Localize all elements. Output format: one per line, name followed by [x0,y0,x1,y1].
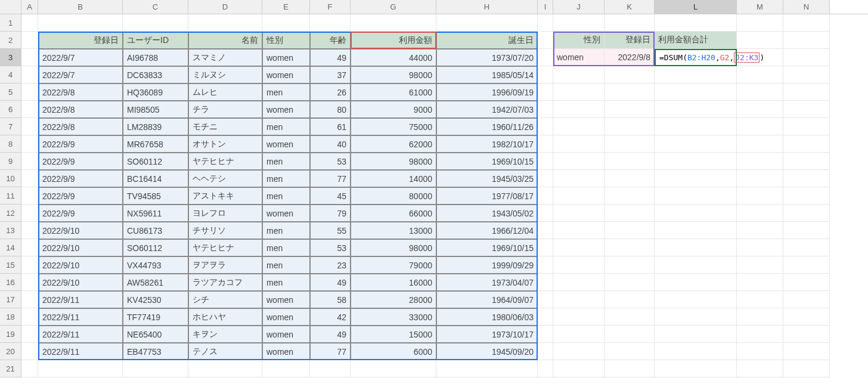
cell-E19[interactable]: women [262,326,310,343]
cell-G1[interactable] [351,14,436,32]
cell-A5[interactable] [21,83,38,101]
cell-E1[interactable] [262,14,310,32]
cell-L4[interactable] [655,66,737,83]
cell-H9[interactable]: 1969/10/15 [436,153,538,170]
cell-M16[interactable] [737,274,783,291]
column-header-N[interactable]: N [783,0,830,14]
cell-J1[interactable] [553,14,604,32]
cell-N20[interactable] [783,343,830,360]
cell-H12[interactable]: 1943/05/02 [436,205,538,222]
cell-N9[interactable] [783,153,830,170]
cell-I5[interactable] [538,83,553,101]
cell-G21[interactable] [351,360,436,377]
cell-E20[interactable]: women [262,343,310,360]
cell-J3[interactable]: women [553,49,604,66]
column-header-A[interactable]: A [21,0,38,14]
cell-N5[interactable] [783,83,830,101]
cell-A1[interactable] [21,14,38,32]
cell-I21[interactable] [538,360,553,377]
row-header-1[interactable]: 1 [0,14,21,32]
cell-J6[interactable] [553,101,604,118]
cell-F15[interactable]: 23 [310,256,351,274]
cell-K20[interactable] [604,343,655,360]
column-header-I[interactable]: I [538,0,553,14]
cell-L2[interactable]: 利用金額合計 [655,32,737,49]
cell-K5[interactable] [604,83,655,101]
cell-L10[interactable] [655,170,737,187]
cell-L14[interactable] [655,239,737,256]
cell-B10[interactable]: 2022/9/9 [38,170,123,187]
cell-J5[interactable] [553,83,604,101]
cell-C3[interactable]: AI96788 [123,49,188,66]
cell-C18[interactable]: TF77419 [123,308,188,326]
cell-N17[interactable] [783,291,830,308]
cell-M19[interactable] [737,326,783,343]
cell-B8[interactable]: 2022/9/9 [38,135,123,153]
cell-M15[interactable] [737,256,783,274]
cell-K7[interactable] [604,118,655,135]
cell-H3[interactable]: 1973/07/20 [436,49,538,66]
cell-K17[interactable] [604,291,655,308]
cell-I19[interactable] [538,326,553,343]
cell-J4[interactable] [553,66,604,83]
cell-G13[interactable]: 13000 [351,222,436,239]
row-header-19[interactable]: 19 [0,326,21,343]
cell-I20[interactable] [538,343,553,360]
cell-C19[interactable]: NE65400 [123,326,188,343]
cell-A21[interactable] [21,360,38,377]
cell-C5[interactable]: HQ36089 [123,83,188,101]
cell-E17[interactable]: women [262,291,310,308]
cell-B18[interactable]: 2022/9/11 [38,308,123,326]
cell-N16[interactable] [783,274,830,291]
cell-G14[interactable]: 98000 [351,239,436,256]
cell-K15[interactable] [604,256,655,274]
row-header-5[interactable]: 5 [0,83,21,101]
cell-M1[interactable] [737,14,783,32]
active-cell-L3[interactable]: =DSUM(B2:H20,G2,J2:K3) [655,49,737,66]
cell-H5[interactable]: 1996/09/19 [436,83,538,101]
cell-G6[interactable]: 9000 [351,101,436,118]
cell-E5[interactable]: men [262,83,310,101]
cell-B2[interactable]: 登録日 [38,32,123,49]
cell-D5[interactable]: ムレヒ [188,83,262,101]
cell-K6[interactable] [604,101,655,118]
cell-L12[interactable] [655,205,737,222]
cell-C2[interactable]: ユーザーID [123,32,188,49]
cell-E16[interactable]: men [262,274,310,291]
cell-H11[interactable]: 1977/08/17 [436,187,538,205]
cell-F20[interactable]: 77 [310,343,351,360]
cell-N2[interactable] [783,32,830,49]
cell-A14[interactable] [21,239,38,256]
cell-L8[interactable] [655,135,737,153]
cell-H17[interactable]: 1964/09/07 [436,291,538,308]
cell-G19[interactable]: 15000 [351,326,436,343]
cell-D6[interactable]: チラ [188,101,262,118]
cell-A17[interactable] [21,291,38,308]
cell-N6[interactable] [783,101,830,118]
cell-M12[interactable] [737,205,783,222]
cell-C13[interactable]: CU86173 [123,222,188,239]
cell-M4[interactable] [737,66,783,83]
cell-I8[interactable] [538,135,553,153]
cell-B1[interactable] [38,14,123,32]
cell-A2[interactable] [21,32,38,49]
cell-B9[interactable]: 2022/9/9 [38,153,123,170]
cell-C20[interactable]: EB47753 [123,343,188,360]
cell-H16[interactable]: 1973/04/07 [436,274,538,291]
cell-A16[interactable] [21,274,38,291]
cell-F1[interactable] [310,14,351,32]
cell-C16[interactable]: AW58261 [123,274,188,291]
cell-H20[interactable]: 1945/09/20 [436,343,538,360]
cell-B19[interactable]: 2022/9/11 [38,326,123,343]
cell-F7[interactable]: 61 [310,118,351,135]
cell-E3[interactable]: women [262,49,310,66]
cell-A11[interactable] [21,187,38,205]
cell-A18[interactable] [21,308,38,326]
cell-D9[interactable]: ヤテヒヒナ [188,153,262,170]
cell-B21[interactable] [38,360,123,377]
cell-L6[interactable] [655,101,737,118]
cell-H7[interactable]: 1960/11/26 [436,118,538,135]
row-header-8[interactable]: 8 [0,135,21,153]
cell-K9[interactable] [604,153,655,170]
row-header-11[interactable]: 11 [0,187,21,205]
